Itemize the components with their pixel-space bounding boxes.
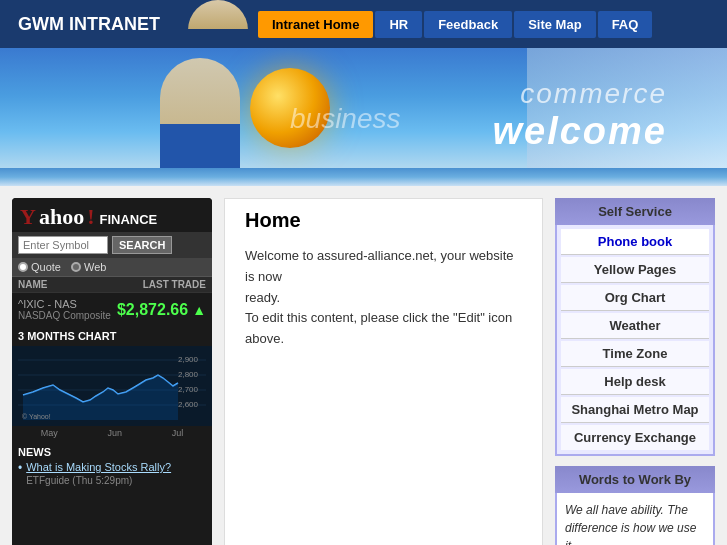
- nav-sitemap[interactable]: Site Map: [514, 11, 595, 38]
- radio-dot-quote: [18, 262, 28, 272]
- svg-text:2,700: 2,700: [178, 385, 199, 394]
- service-item-yellowpages[interactable]: Yellow Pages: [561, 257, 709, 283]
- col-trade: LAST TRADE: [143, 279, 206, 290]
- yahoo-quote-label: Quote: [31, 261, 61, 273]
- banner-commerce: commerce: [492, 78, 667, 110]
- self-service-box: Phone book Yellow Pages Org Chart Weathe…: [555, 225, 715, 456]
- header-person: [188, 0, 248, 48]
- ticker-arrow-icon: ▲: [192, 302, 206, 318]
- yahoo-news: NEWS • What is Making Stocks Rally? ETFg…: [12, 440, 212, 492]
- yahoo-ticker-row: ^IXIC - NAS NASDAQ Composite $2,872.66 ▲: [12, 292, 212, 326]
- service-item-shanghai[interactable]: Shanghai Metro Map: [561, 397, 709, 423]
- news-headline[interactable]: What is Making Stocks Rally?: [26, 461, 171, 473]
- ticker-desc: NASDAQ Composite: [18, 310, 111, 321]
- header: GWM INTRANET Intranet Home HR Feedback S…: [0, 0, 727, 48]
- home-title: Home: [245, 209, 522, 232]
- home-line1: Welcome to assured-alliance.net, your we…: [245, 248, 514, 284]
- right-panel: Self Service Phone book Yellow Pages Org…: [555, 198, 715, 545]
- yahoo-chart: 2,900 2,800 2,700 2,600 © Yahoo!: [12, 346, 212, 426]
- divider-bar: [0, 168, 727, 186]
- yahoo-logo-y: Y: [20, 204, 36, 230]
- self-service-header: Self Service: [555, 198, 715, 225]
- main: Y ahoo ! FINANCE SEARCH Quote Web NAME L…: [0, 186, 727, 545]
- col-name: NAME: [18, 279, 47, 290]
- home-line2: ready.: [245, 290, 280, 305]
- nav-hr[interactable]: HR: [375, 11, 422, 38]
- nav-faq[interactable]: FAQ: [598, 11, 653, 38]
- yahoo-logo-ahoo: ahoo: [39, 204, 84, 230]
- home-line3: To edit this content, please click the "…: [245, 310, 512, 346]
- yahoo-table-header: NAME LAST TRADE: [12, 276, 212, 292]
- ticker-symbol: ^IXIC - NAS: [18, 298, 111, 310]
- service-item-orgchart[interactable]: Org Chart: [561, 285, 709, 311]
- yahoo-search-button[interactable]: SEARCH: [112, 236, 172, 254]
- service-item-helpdesk[interactable]: Help desk: [561, 369, 709, 395]
- yahoo-header: Y ahoo ! FINANCE: [12, 198, 212, 232]
- svg-text:2,900: 2,900: [178, 355, 199, 364]
- logo: GWM INTRANET: [0, 0, 178, 48]
- svg-text:2,600: 2,600: [178, 400, 199, 409]
- yahoo-finance-widget: Y ahoo ! FINANCE SEARCH Quote Web NAME L…: [12, 198, 212, 545]
- service-item-weather[interactable]: Weather: [561, 313, 709, 339]
- news-source: ETFguide (Thu 5:29pm): [26, 475, 171, 486]
- words-box: We all have ability. The difference is h…: [555, 493, 715, 545]
- svg-text:2,800: 2,800: [178, 370, 199, 379]
- service-item-phonebook[interactable]: Phone book: [561, 229, 709, 255]
- yahoo-chart-label: 3 MONTHS CHART: [12, 326, 212, 346]
- nav: Intranet Home HR Feedback Site Map FAQ: [248, 0, 652, 48]
- yahoo-chart-months: May Jun Jul: [12, 426, 212, 440]
- svg-text:© Yahoo!: © Yahoo!: [22, 413, 51, 420]
- chart-month-jul: Jul: [172, 428, 184, 438]
- ticker-price: $2,872.66: [117, 301, 188, 319]
- yahoo-web-label: Web: [84, 261, 106, 273]
- yahoo-chart-svg: 2,900 2,800 2,700 2,600 © Yahoo!: [16, 350, 208, 422]
- nav-intranet-home[interactable]: Intranet Home: [258, 11, 373, 38]
- chart-month-may: May: [41, 428, 58, 438]
- ticker-price-group: $2,872.66 ▲: [117, 301, 206, 319]
- banner: commerce welcome business: [0, 48, 727, 168]
- yahoo-symbol-input[interactable]: [18, 236, 108, 254]
- banner-text: commerce welcome: [492, 78, 667, 153]
- news-section-title: NEWS: [18, 446, 206, 458]
- yahoo-radio-quote[interactable]: Quote: [18, 261, 61, 273]
- radio-dot-web: [71, 262, 81, 272]
- banner-person: [140, 48, 260, 168]
- service-item-timezone[interactable]: Time Zone: [561, 341, 709, 367]
- home-content: Home Welcome to assured-alliance.net, yo…: [224, 198, 543, 545]
- yahoo-logo-finance: FINANCE: [99, 212, 157, 227]
- ticker-info: ^IXIC - NAS NASDAQ Composite: [18, 298, 111, 321]
- yahoo-radio-web[interactable]: Web: [71, 261, 106, 273]
- banner-welcome: welcome: [492, 110, 667, 153]
- home-text: Welcome to assured-alliance.net, your we…: [245, 246, 522, 350]
- yahoo-radio-group: Quote Web: [12, 258, 212, 276]
- nav-feedback[interactable]: Feedback: [424, 11, 512, 38]
- yahoo-logo-excl: !: [87, 204, 94, 230]
- words-header: Words to Work By: [555, 466, 715, 493]
- banner-business: business: [290, 103, 401, 135]
- chart-month-jun: Jun: [107, 428, 122, 438]
- yahoo-search-bar: SEARCH: [12, 232, 212, 258]
- service-item-currency[interactable]: Currency Exchange: [561, 425, 709, 450]
